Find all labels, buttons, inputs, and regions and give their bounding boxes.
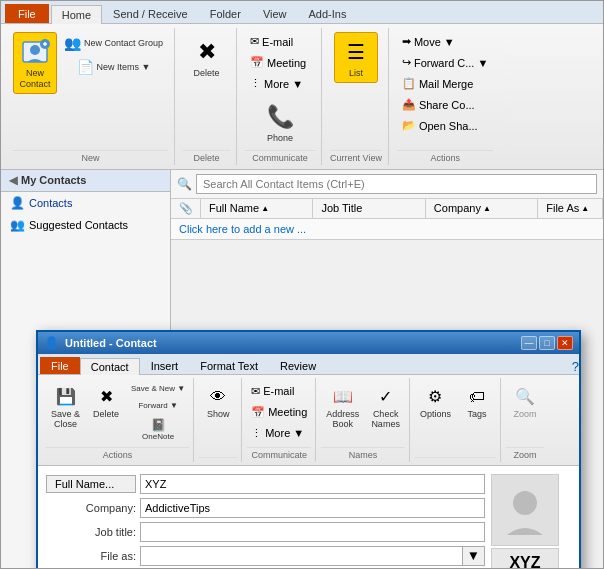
more-button[interactable]: ⋮ More ▼ xyxy=(245,74,315,93)
dialog-minimize-button[interactable]: — xyxy=(521,336,537,350)
new-contact-group-icon: 👥 xyxy=(64,35,81,51)
save-close-button[interactable]: 💾 Save &Close xyxy=(46,381,85,433)
check-names-button[interactable]: ✓ CheckNames xyxy=(366,381,405,433)
tags-icon: 🏷 xyxy=(464,384,490,410)
tab-send-receive[interactable]: Send / Receive xyxy=(102,4,199,23)
search-input[interactable] xyxy=(196,174,597,194)
communicate-group-label: Communicate xyxy=(245,150,315,165)
sidebar-item-contacts[interactable]: 👤 Contacts xyxy=(1,192,170,214)
dialog-delete-button[interactable]: ✖ Delete xyxy=(87,381,125,423)
dialog-tab-format-text[interactable]: Format Text xyxy=(189,357,269,374)
phone-button[interactable]: 📞 Phone xyxy=(255,97,305,148)
mail-merge-button[interactable]: 📋 Mail Merge xyxy=(397,74,478,93)
suggested-label: Suggested Contacts xyxy=(29,219,128,231)
open-shared-icon: 📂 xyxy=(402,119,416,132)
ribbon-group-delete: ✖ Delete Delete xyxy=(177,28,237,165)
left-panel-header: ◀ My Contacts xyxy=(1,170,170,192)
dialog-email-icon: ✉ xyxy=(251,385,260,398)
fileas-col-header[interactable]: File As ▲ xyxy=(538,199,603,218)
email-communicate-button[interactable]: ✉ E-mail xyxy=(245,32,315,51)
tab-folder[interactable]: Folder xyxy=(199,4,252,23)
company-input[interactable] xyxy=(140,498,485,518)
fullname-input[interactable] xyxy=(140,474,485,494)
delete-group-label: Delete xyxy=(183,150,230,165)
ribbon-content: NewContact 👥 New Contact Group 📄 xyxy=(1,24,603,169)
save-new-label: Save & New ▼ xyxy=(131,384,185,393)
list-button[interactable]: ☰ List xyxy=(334,32,378,83)
options-button[interactable]: ⚙ Options xyxy=(415,381,456,423)
delete-button[interactable]: ✖ Delete xyxy=(185,32,229,83)
company-col-header[interactable]: Company ▲ xyxy=(426,199,538,218)
forward-icon: ↪ xyxy=(402,56,411,69)
fileas-sort-icon: ▲ xyxy=(581,204,589,213)
fileas-dropdown-button[interactable]: ▼ xyxy=(463,546,485,566)
show-button[interactable]: 👁 Show xyxy=(199,381,237,423)
share-label: Share Co... xyxy=(419,99,475,111)
company-sort-icon: ▲ xyxy=(483,204,491,213)
current-view-buttons: ☰ List xyxy=(334,28,378,148)
more-icon: ⋮ xyxy=(250,77,261,90)
new-contact-group-button[interactable]: 👥 New Contact Group xyxy=(59,32,168,54)
dialog-email-button[interactable]: ✉ E-mail xyxy=(247,382,298,401)
onenote-button[interactable]: 📓 OneNote xyxy=(127,415,189,444)
dialog-actions-label: Actions xyxy=(46,447,189,462)
jobtitle-input[interactable] xyxy=(140,522,485,542)
dialog-options-buttons: ⚙ Options 🏷 Tags xyxy=(415,378,496,457)
dialog-tab-contact[interactable]: Contact xyxy=(80,358,140,375)
more-label: More ▼ xyxy=(264,78,303,90)
tab-file[interactable]: File xyxy=(5,4,49,23)
meeting-label: Meeting xyxy=(267,57,306,69)
jobtitle-row: Job title: xyxy=(46,522,485,542)
icon-col-header: 📎 xyxy=(171,199,201,218)
help-icon[interactable]: ? xyxy=(572,359,579,374)
meeting-icon: 📅 xyxy=(250,56,264,69)
check-names-icon: ✓ xyxy=(373,384,399,410)
move-button[interactable]: ➡ Move ▼ xyxy=(397,32,460,51)
sidebar-item-suggested[interactable]: 👥 Suggested Contacts xyxy=(1,214,170,236)
address-book-button[interactable]: 📖 AddressBook xyxy=(321,381,364,433)
tab-home[interactable]: Home xyxy=(51,5,102,24)
zoom-button[interactable]: 🔍 Zoom xyxy=(506,381,544,423)
avatar-placeholder xyxy=(491,474,559,546)
add-new-row[interactable]: Click here to add a new ... xyxy=(171,219,603,240)
dialog-tab-insert[interactable]: Insert xyxy=(140,357,190,374)
open-shared-button[interactable]: 📂 Open Sha... xyxy=(397,116,483,135)
new-items-label: New Items ▼ xyxy=(97,62,151,72)
dialog-more-icon: ⋮ xyxy=(251,427,262,440)
dialog-group-zoom: 🔍 Zoom Zoom xyxy=(502,378,548,462)
jobtitle-col-header[interactable]: Job Title xyxy=(313,199,425,218)
save-new-button[interactable]: Save & New ▼ xyxy=(127,381,189,396)
dialog-tab-review[interactable]: Review xyxy=(269,357,327,374)
ribbon-group-communicate: ✉ E-mail 📅 Meeting ⋮ More ▼ xyxy=(239,28,322,165)
dialog-tab-file[interactable]: File xyxy=(40,357,80,374)
options-icon: ⚙ xyxy=(422,384,448,410)
fileas-input[interactable] xyxy=(140,546,463,566)
forward-contact-button[interactable]: ↪ Forward C... ▼ xyxy=(397,53,493,72)
jobtitle-label: Job title: xyxy=(46,526,136,538)
new-contact-button[interactable]: NewContact xyxy=(13,32,57,94)
fullname-col-header[interactable]: Full Name ▲ xyxy=(201,199,313,218)
move-icon: ➡ xyxy=(402,35,411,48)
collapse-icon[interactable]: ◀ xyxy=(9,174,17,187)
forward-dialog-button[interactable]: Forward ▼ xyxy=(127,398,189,413)
dialog-group-actions: 💾 Save &Close ✖ Delete Save & New ▼ xyxy=(42,378,194,462)
tags-button[interactable]: 🏷 Tags xyxy=(458,381,496,423)
company-label: Company: xyxy=(46,502,136,514)
dialog-meeting-button[interactable]: 📅 Meeting xyxy=(247,403,311,422)
tab-add-ins[interactable]: Add-Ins xyxy=(298,4,358,23)
phone-icon: 📞 xyxy=(264,101,296,133)
save-close-label: Save &Close xyxy=(51,410,80,430)
dialog-more-button[interactable]: ⋮ More ▼ xyxy=(247,424,308,443)
dialog-maximize-button[interactable]: □ xyxy=(539,336,555,350)
dialog-delete-label: Delete xyxy=(93,410,119,420)
fullname-button[interactable]: Full Name... xyxy=(46,475,136,493)
share-contact-button[interactable]: 📤 Share Co... xyxy=(397,95,480,114)
tab-view[interactable]: View xyxy=(252,4,298,23)
new-items-button[interactable]: 📄 New Items ▼ xyxy=(59,56,168,78)
dialog-controls: — □ ✕ xyxy=(521,336,573,350)
dialog-close-button[interactable]: ✕ xyxy=(557,336,573,350)
meeting-button[interactable]: 📅 Meeting xyxy=(245,53,315,72)
delete-icon: ✖ xyxy=(191,36,223,68)
contact-photo-area: XYZ Notes ▲ ▼ xyxy=(491,474,571,568)
jobtitle-col-label: Job Title xyxy=(321,202,362,214)
